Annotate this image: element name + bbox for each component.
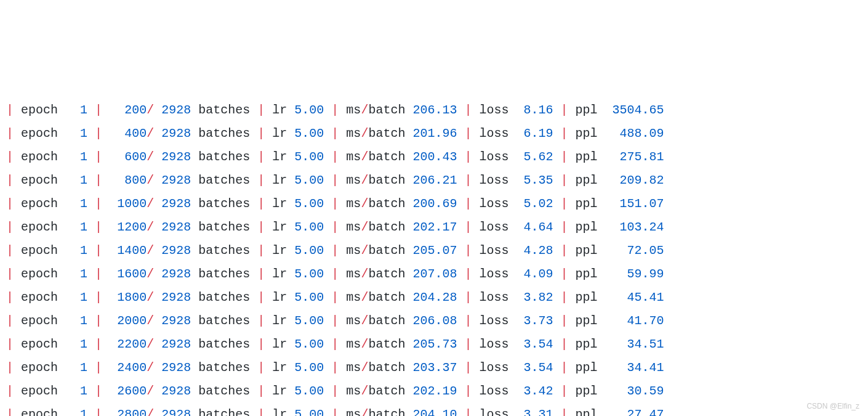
label-ms: ms: [346, 337, 361, 351]
separator-pipe: /: [361, 384, 368, 398]
label-loss: loss: [479, 407, 508, 416]
watermark-text: CSDN @Elfin_z: [806, 399, 859, 414]
separator-pipe: /: [147, 407, 154, 416]
label-ppl: ppl: [576, 407, 598, 416]
label-batches: batches: [198, 384, 250, 398]
separator-pipe: /: [147, 361, 154, 375]
separator-pipe: |: [331, 173, 339, 187]
value-ppl: 30.59: [605, 384, 664, 398]
separator-pipe: |: [464, 197, 472, 211]
separator-pipe: |: [95, 197, 102, 211]
label-epoch: epoch: [21, 314, 58, 328]
separator-pipe: /: [361, 103, 368, 117]
label-batches: batches: [198, 197, 250, 211]
value-ms-batch: 200.69: [412, 197, 457, 211]
label-lr: lr: [272, 267, 287, 281]
value-ppl: 151.07: [605, 197, 664, 211]
value-epoch: 1: [65, 173, 87, 187]
value-lr: 5.00: [294, 290, 324, 304]
separator-pipe: |: [464, 243, 472, 258]
separator-pipe: |: [6, 103, 14, 117]
value-epoch: 1: [65, 103, 87, 117]
separator-pipe: |: [331, 290, 339, 304]
label-batches: batches: [198, 220, 250, 234]
log-row: | epoch 1 | 200/ 2928 batches | lr 5.00 …: [6, 99, 862, 122]
log-row: | epoch 1 | 1600/ 2928 batches | lr 5.00…: [6, 263, 862, 286]
label-epoch: epoch: [21, 290, 58, 304]
label-batches: batches: [198, 337, 250, 351]
value-total-batches: 2928: [161, 103, 191, 117]
separator-pipe: |: [257, 197, 265, 211]
value-ppl: 59.99: [605, 267, 664, 281]
label-ms: ms: [346, 243, 361, 258]
value-epoch: 1: [65, 150, 87, 164]
separator-pipe: |: [464, 314, 472, 328]
value-lr: 5.00: [294, 197, 324, 211]
value-step: 1800: [110, 290, 147, 304]
label-lr: lr: [272, 197, 287, 211]
label-ppl: ppl: [576, 197, 598, 211]
value-ms-batch: 205.07: [412, 243, 457, 258]
value-lr: 5.00: [294, 361, 324, 375]
separator-pipe: |: [464, 150, 472, 164]
label-batch: batch: [368, 314, 405, 328]
separator-pipe: /: [361, 150, 368, 164]
separator-pipe: |: [6, 197, 14, 211]
label-lr: lr: [272, 150, 287, 164]
value-loss: 4.09: [516, 267, 553, 281]
label-lr: lr: [272, 290, 287, 304]
separator-pipe: |: [464, 103, 472, 117]
separator-pipe: /: [147, 384, 154, 398]
label-epoch: epoch: [21, 197, 58, 211]
value-loss: 5.62: [516, 150, 553, 164]
value-ms-batch: 202.19: [412, 384, 457, 398]
separator-pipe: |: [257, 314, 265, 328]
label-loss: loss: [479, 220, 508, 234]
separator-pipe: |: [331, 267, 339, 281]
value-ppl: 103.24: [605, 220, 664, 234]
value-ms-batch: 200.43: [412, 150, 457, 164]
separator-pipe: /: [147, 220, 154, 234]
value-ms-batch: 204.28: [412, 290, 457, 304]
separator-pipe: |: [464, 267, 472, 281]
label-ms: ms: [346, 150, 361, 164]
separator-pipe: /: [361, 173, 368, 187]
separator-pipe: |: [95, 290, 102, 304]
value-total-batches: 2928: [161, 267, 191, 281]
separator-pipe: |: [464, 337, 472, 351]
label-batch: batch: [368, 197, 405, 211]
separator-pipe: /: [147, 314, 154, 328]
separator-pipe: |: [95, 361, 102, 375]
log-row: | epoch 1 | 2400/ 2928 batches | lr 5.00…: [6, 356, 862, 380]
log-row: | epoch 1 | 2000/ 2928 batches | lr 5.00…: [6, 309, 862, 333]
value-loss: 4.64: [516, 220, 553, 234]
label-batch: batch: [368, 243, 405, 258]
label-batch: batch: [368, 290, 405, 304]
label-ppl: ppl: [576, 103, 598, 117]
label-ms: ms: [346, 197, 361, 211]
separator-pipe: |: [6, 290, 14, 304]
value-lr: 5.00: [294, 314, 324, 328]
label-epoch: epoch: [21, 103, 58, 117]
label-ppl: ppl: [576, 361, 598, 375]
value-total-batches: 2928: [161, 150, 191, 164]
separator-pipe: |: [257, 150, 265, 164]
separator-pipe: |: [561, 126, 568, 141]
separator-pipe: |: [561, 267, 568, 281]
value-lr: 5.00: [294, 220, 324, 234]
separator-pipe: |: [257, 361, 265, 375]
value-epoch: 1: [65, 243, 87, 258]
label-loss: loss: [479, 126, 508, 141]
label-batches: batches: [198, 314, 250, 328]
value-loss: 3.54: [516, 337, 553, 351]
log-row: | epoch 1 | 600/ 2928 batches | lr 5.00 …: [6, 145, 862, 169]
value-epoch: 1: [65, 220, 87, 234]
label-epoch: epoch: [21, 267, 58, 281]
label-lr: lr: [272, 407, 287, 416]
label-ms: ms: [346, 126, 361, 141]
label-loss: loss: [479, 243, 508, 258]
value-epoch: 1: [65, 361, 87, 375]
value-loss: 8.16: [516, 103, 553, 117]
label-loss: loss: [479, 197, 508, 211]
separator-pipe: |: [257, 220, 265, 234]
